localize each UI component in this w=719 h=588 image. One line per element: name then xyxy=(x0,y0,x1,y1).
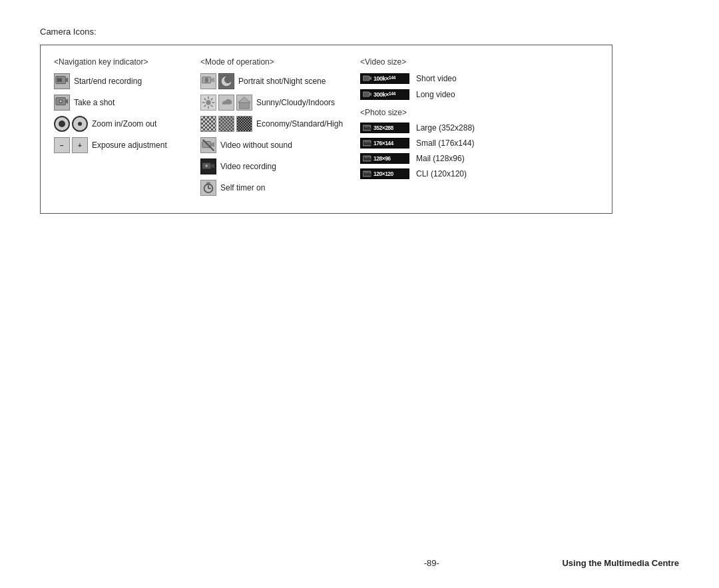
economy-standard-high-label: Economy/Standard/High xyxy=(256,119,343,129)
mode-row-self-timer: Self timer on xyxy=(200,180,360,196)
svg-marker-4 xyxy=(66,99,69,104)
svg-marker-8 xyxy=(211,78,215,83)
video-row-short: 100k×144 Short video xyxy=(360,73,507,84)
nav-row-take-shot: Take a shot xyxy=(54,95,200,111)
start-recording-icon xyxy=(54,73,70,89)
svg-marker-1 xyxy=(66,78,69,83)
cloudy-icon xyxy=(218,95,234,111)
page-number: -89- xyxy=(301,558,562,568)
sunny-cloudy-label: Sunny/Cloudy/Indoors xyxy=(256,98,335,107)
video-no-sound-label: Video without sound xyxy=(220,141,292,150)
portrait-night-label: Portrait shot/Night scene xyxy=(238,77,326,86)
photo-row-small: 176×144 Small (176x144) xyxy=(360,138,507,148)
photo-row-cli: 120×120 CLI (120x120) xyxy=(360,168,507,179)
mode-header: <Mode of operation> xyxy=(200,57,360,67)
long-video-badge: 300k×144 xyxy=(360,89,409,100)
small-photo-label: Small (176x144) xyxy=(416,139,474,148)
exposure-plus-icon: + xyxy=(72,137,88,153)
photo-row-mail: 128×96 Mail (128x96) xyxy=(360,153,507,164)
exposure-minus-icon: − xyxy=(54,137,70,153)
mode-row-video-no-sound: Video without sound xyxy=(200,137,360,153)
zoom-in-icon xyxy=(54,116,70,132)
mode-row-video-rec: Video recording xyxy=(200,158,360,174)
video-column: <Video size> 100k×144 Short video xyxy=(360,57,507,201)
svg-marker-33 xyxy=(369,77,371,80)
mail-photo-badge: 128×96 xyxy=(360,153,409,164)
page-footer: -89- Using the Multimedia Centre xyxy=(0,558,719,568)
small-photo-badge: 176×144 xyxy=(360,138,409,148)
photo-size-header: <Photo size> xyxy=(360,108,507,117)
video-row-long: 300k×144 Long video xyxy=(360,89,507,100)
economy-standard-high-icons xyxy=(200,116,252,132)
video-header: <Video size> xyxy=(360,57,507,67)
sunny-icon xyxy=(200,95,216,111)
large-photo-badge: 352×288 xyxy=(360,123,409,133)
footer-right-text: Using the Multimedia Centre xyxy=(562,558,679,568)
long-video-label: Long video xyxy=(416,90,455,99)
portrait-night-icons xyxy=(200,73,234,89)
nav-row-zoom: Zoom in/Zoom out xyxy=(54,116,200,132)
start-recording-label: Start/end recording xyxy=(74,77,142,86)
nav-row-start-recording: Start/end recording xyxy=(54,73,200,89)
mode-column: <Mode of operation> xyxy=(200,57,360,201)
zoom-out-icon xyxy=(72,116,88,132)
svg-rect-34 xyxy=(363,92,369,97)
short-video-badge: 100k×144 xyxy=(360,73,409,84)
page-content: Camera Icons: <Navigation key indicator>… xyxy=(0,0,719,254)
night-scene-icon xyxy=(218,73,234,89)
large-photo-label: Large (352x288) xyxy=(416,123,475,133)
mode-row-portrait: Portrait shot/Night scene xyxy=(200,73,360,89)
svg-point-6 xyxy=(60,101,62,103)
svg-rect-32 xyxy=(363,76,369,81)
sunny-cloudy-indoors-icons xyxy=(200,95,252,111)
camera-icons-box: <Navigation key indicator> Start/end rec… xyxy=(40,45,612,214)
svg-marker-21 xyxy=(238,97,250,103)
economy-icon xyxy=(200,116,216,132)
zoom-label: Zoom in/Zoom out xyxy=(92,119,156,129)
photo-row-large: 352×288 Large (352x288) xyxy=(360,123,507,133)
video-rec-label: Video recording xyxy=(220,162,276,171)
mode-row-sunny: Sunny/Cloudy/Indoors xyxy=(200,95,360,111)
svg-marker-26 xyxy=(211,163,215,168)
exposure-icons: − + xyxy=(54,137,88,153)
zoom-icons xyxy=(54,116,88,132)
svg-point-11 xyxy=(206,100,210,105)
mail-photo-label: Mail (128x96) xyxy=(416,154,465,163)
svg-line-16 xyxy=(204,99,206,101)
short-video-label: Short video xyxy=(416,74,457,83)
svg-point-9 xyxy=(205,78,209,83)
exposure-label: Exposure adjustment xyxy=(92,141,167,150)
cli-photo-badge: 120×120 xyxy=(360,168,409,179)
mode-row-economy: Economy/Standard/High xyxy=(200,116,360,132)
self-timer-label: Self timer on xyxy=(220,183,265,192)
nav-column: <Navigation key indicator> Start/end rec… xyxy=(54,57,200,201)
self-timer-icon xyxy=(200,180,216,196)
svg-marker-23 xyxy=(211,142,215,147)
svg-point-27 xyxy=(205,164,208,167)
cli-photo-label: CLI (120x120) xyxy=(416,169,467,178)
svg-line-19 xyxy=(204,105,206,107)
svg-line-17 xyxy=(211,105,213,107)
indoors-icon xyxy=(236,95,252,111)
high-icon xyxy=(236,116,252,132)
portrait-icon xyxy=(200,73,216,89)
take-shot-icon xyxy=(54,95,70,111)
take-shot-label: Take a shot xyxy=(74,98,115,107)
nav-row-exposure: − + Exposure adjustment xyxy=(54,137,200,153)
standard-icon xyxy=(218,116,234,132)
video-rec-icon xyxy=(200,158,216,174)
video-no-sound-icon xyxy=(200,137,216,153)
svg-line-18 xyxy=(211,99,213,101)
nav-header: <Navigation key indicator> xyxy=(54,57,200,67)
svg-marker-35 xyxy=(369,93,371,96)
svg-rect-2 xyxy=(57,78,62,82)
section-title: Camera Icons: xyxy=(40,27,679,37)
svg-rect-31 xyxy=(206,182,210,184)
